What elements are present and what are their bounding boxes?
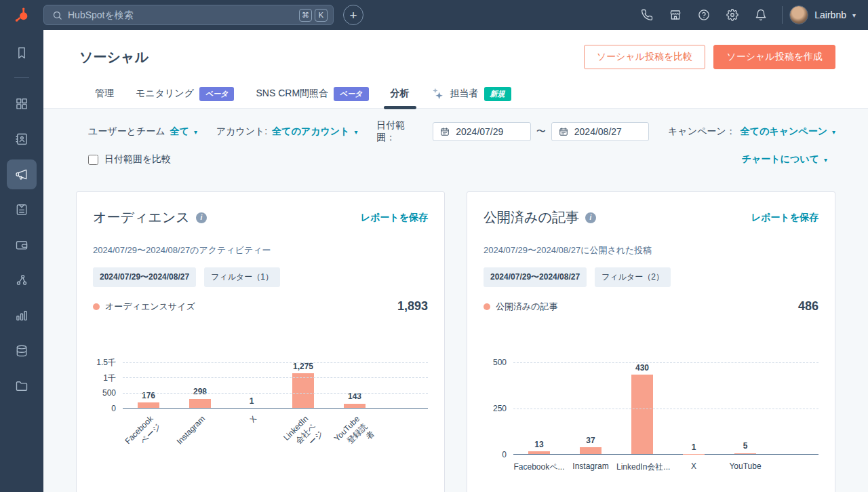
date-start-field[interactable] [456,126,524,137]
date-range-separator: 〜 [536,126,546,138]
filter-count-tag[interactable]: フィルター（1） [204,267,280,287]
page-title: ソーシャル [79,48,149,67]
filter-row-secondary: 日付範囲を比較 チャートについて ▾ [76,153,835,166]
search-input[interactable] [68,10,294,20]
tab-monitoring[interactable]: モニタリング ベータ [125,79,245,109]
chevron-down-icon: ▾ [194,128,197,136]
bar-value-label: 37 [586,436,595,445]
x-axis-label: Facebookペ... [513,461,565,473]
users-teams-filter[interactable]: ユーザーとチーム 全て ▾ [88,126,197,138]
sidebar-item-commerce[interactable] [7,230,37,260]
calendar-icon [440,127,450,136]
sidebar-item-reporting[interactable] [7,301,37,330]
filter-count-tag[interactable]: フィルター（2） [595,267,671,287]
bar[interactable] [528,451,550,454]
sidebar-item-marketing[interactable] [7,159,37,189]
bar-value-label: 1 [692,443,696,452]
total-value: 1,893 [397,299,428,314]
sidebar-item-crm[interactable] [7,124,37,154]
contacts-book-icon [15,132,28,146]
tab-label: SNS CRM間照合 [256,88,328,100]
x-axis-label: Facebookページ [123,409,174,490]
legend-dot [484,303,490,310]
total-value: 486 [798,299,818,314]
bar-slot: 1 [226,362,277,408]
compare-date-range-checkbox[interactable] [88,155,98,165]
card-title-text: オーディエンス [93,208,190,227]
info-icon[interactable]: i [196,212,207,223]
sidebar-item-workspaces[interactable] [7,89,37,119]
campaign-filter[interactable]: キャンペーン： 全てのキャンペーン ▾ [668,126,835,138]
tab-sns-crm-matching[interactable]: SNS CRM間照合 ベータ [245,79,379,109]
bar[interactable] [580,447,601,454]
beta-badge: ベータ [334,87,369,101]
bar[interactable] [138,402,159,408]
audience-bar-chart: 05001千1.5千 17629811,275143 FacebookページIn… [93,362,428,490]
x-axis-label: Instagram [174,409,226,490]
save-report-link[interactable]: レポートを保存 [361,212,428,224]
settings-icon[interactable] [718,1,747,29]
plot-area: 133743015 [513,362,818,455]
audience-card: オーディエンス i レポートを保存 2024/07/29〜2024/08/27の… [76,191,445,492]
about-charts-label: チャートについて [742,153,819,166]
create-social-post-button[interactable]: ソーシャル投稿を作成 [713,45,835,69]
date-start-input[interactable] [433,122,531,141]
info-icon[interactable]: i [585,212,596,223]
bar[interactable] [344,404,366,408]
bar[interactable] [734,453,756,454]
date-end-input[interactable] [551,122,650,141]
user-name: Lairbnb [814,10,846,20]
notifications-icon[interactable] [747,1,775,29]
calls-icon[interactable] [633,1,661,29]
sidebar-divider [14,77,29,78]
account-filter[interactable]: アカウント: 全てのアカウント ▾ [216,126,358,138]
bar[interactable] [631,375,653,454]
search-shortcut: ⌘ K [299,9,328,22]
chevron-down-icon: ▾ [832,128,835,136]
calendar-icon [559,127,568,136]
legend-label: オーディエンスサイズ [105,301,195,313]
date-range-tag[interactable]: 2024/07/29〜2024/08/27 [484,267,587,287]
bar[interactable] [292,373,314,408]
tab-owners[interactable]: 担当者 新規 [420,79,522,109]
marketplace-icon[interactable] [661,1,690,29]
bar[interactable] [189,399,211,409]
sidebar-item-bookmarks[interactable] [7,38,37,68]
legend-item[interactable]: オーディエンスサイズ [93,301,195,313]
about-charts-dropdown[interactable]: チャートについて ▾ [742,153,827,166]
wallet-icon [15,238,28,252]
help-icon[interactable] [690,1,718,29]
k-key: K [315,9,328,22]
sidebar-item-library[interactable] [7,371,37,401]
gridline [123,377,428,378]
legend-item[interactable]: 公開済みの記事 [484,301,558,313]
filter-row: ユーザーとチーム 全て ▾ アカウント: 全てのアカウント ▾ 日付範囲： 〜 [76,119,835,144]
gridline [513,409,818,409]
date-end-field[interactable] [574,126,642,137]
plot-area: 17629811,275143 [123,362,428,409]
campaign-value: 全てのキャンペーン [741,126,827,138]
bar-slot: 143 [329,362,380,408]
date-range-tag[interactable]: 2024/07/29〜2024/08/27 [93,267,196,287]
compare-social-posts-button[interactable]: ソーシャル投稿を比較 [584,45,706,69]
tab-manage[interactable]: 管理 [84,79,125,109]
sidebar-item-data[interactable] [7,336,37,366]
tab-analytics[interactable]: 分析 [380,79,420,109]
bar-slot: 298 [174,362,226,408]
folder-icon [15,379,28,393]
hubspot-logo[interactable] [0,6,43,24]
global-search[interactable]: ⌘ K [43,5,334,25]
published-posts-card: 公開済みの記事 i レポートを保存 2024/07/29〜2024/08/27に… [467,191,835,492]
x-axis: FacebookページInstagramXLinkedIn会社ページYouTub… [123,409,380,490]
hubspot-sprocket-icon [13,6,31,24]
y-axis: 0250500 [484,362,513,455]
bar-value-label: 143 [348,392,361,401]
bar-chart-icon [15,309,28,322]
sidebar-item-content[interactable] [7,195,37,225]
save-report-link[interactable]: レポートを保存 [751,212,818,224]
sidebar-item-automations[interactable] [7,265,37,295]
user-account-menu[interactable]: Lairbnb ▾ [789,5,868,24]
beta-badge: ベータ [199,87,235,101]
compare-date-range-option[interactable]: 日付範囲を比較 [88,153,171,166]
create-button[interactable]: + [343,5,363,25]
